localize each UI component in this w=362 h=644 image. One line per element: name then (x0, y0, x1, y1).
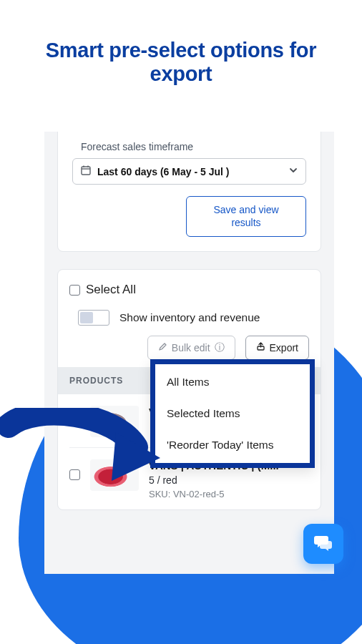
chat-icon (313, 532, 334, 556)
timeframe-value: Last 60 days (6 May - 5 Jul ) (97, 166, 229, 177)
dropdown-item-reorder[interactable]: 'Reorder Today' Items (155, 427, 310, 463)
select-all-label: Select All (86, 283, 136, 297)
row-checkbox[interactable] (69, 416, 80, 426)
page-headline: Smart pre-select options for export (0, 0, 362, 87)
bulk-edit-button[interactable]: Bulk edit ⓘ (147, 336, 235, 360)
export-label: Export (270, 342, 298, 353)
pencil-icon (158, 342, 167, 353)
bulk-edit-label: Bulk edit (172, 342, 210, 353)
chat-fab[interactable] (303, 524, 343, 564)
bulk-action-row: Bulk edit ⓘ Export (69, 336, 309, 360)
export-icon (256, 342, 265, 353)
product-thumbnail (90, 406, 139, 437)
select-all-row[interactable]: Select All (69, 283, 309, 297)
product-thumbnail (90, 459, 139, 491)
select-all-checkbox[interactable] (69, 285, 80, 296)
product-variant: 5 / red (149, 474, 309, 486)
row-checkbox[interactable] (69, 469, 80, 480)
dropdown-item-selected[interactable]: Selected Items (155, 400, 310, 427)
dropdown-item-all[interactable]: All Items (155, 364, 310, 400)
calendar-icon (80, 165, 92, 178)
inventory-toggle[interactable] (78, 310, 109, 326)
timeframe-label: Forecast sales timeframe (81, 141, 306, 152)
app-screenshot: Forecast sales timeframe Last 60 days (6… (44, 132, 334, 574)
export-dropdown: All Items Selected Items 'Reorder Today'… (150, 359, 315, 468)
export-button[interactable]: Export (245, 336, 309, 360)
inventory-toggle-label: Show inventory and revenue (119, 311, 260, 324)
product-sku: SKU: VN-02-red-5 (149, 489, 309, 499)
chevron-down-icon (288, 165, 298, 177)
info-icon: ⓘ (215, 341, 225, 354)
inventory-toggle-row: Show inventory and revenue (78, 310, 309, 326)
svg-rect-0 (82, 167, 90, 175)
save-view-results-button[interactable]: Save and view results (186, 196, 306, 237)
forecast-card: Forecast sales timeframe Last 60 days (6… (57, 132, 321, 252)
timeframe-select[interactable]: Last 60 days (6 May - 5 Jul ) (72, 158, 306, 185)
